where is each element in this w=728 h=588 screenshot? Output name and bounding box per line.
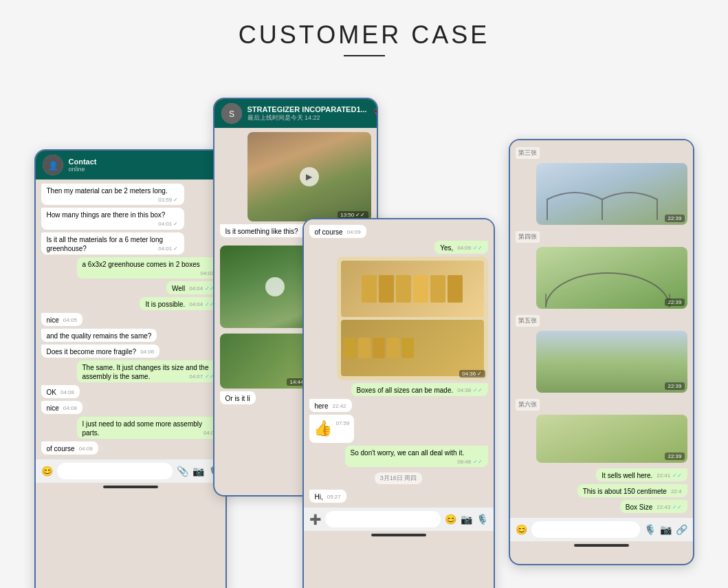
- msg-5: Well 04:04 ✓✓: [166, 281, 220, 294]
- attach-icon-right: 🔗: [676, 524, 687, 535]
- svg-text:S: S: [228, 109, 234, 119]
- thumbnail-image: 14:44: [220, 334, 309, 389]
- msg-10: The same. It just changes its size and t…: [77, 360, 220, 382]
- right-image-1: 22:39: [536, 163, 687, 225]
- msg-8: and the quality remains the same?: [41, 329, 157, 342]
- svg-point-4: [546, 273, 670, 307]
- msg-9: Does it become more fragile? 04:06: [41, 345, 160, 358]
- home-indicator-left: [103, 486, 158, 488]
- chat-header-left: 👤 Contact online: [36, 151, 225, 179]
- chat-input-bar-left[interactable]: 😊 📎 📷 🎙️: [36, 459, 225, 483]
- section-label-6: 第六张: [516, 399, 540, 411]
- msg-13: I just need to add some more assembly pa…: [77, 417, 220, 439]
- boxes-image: 04:36 ✓: [337, 257, 488, 380]
- chat-input-mb[interactable]: [325, 511, 441, 527]
- emoji-icon-left: 😊: [41, 466, 53, 477]
- emoji-icon-right: 😊: [516, 524, 527, 535]
- chat-input-right[interactable]: [531, 521, 640, 538]
- chat-input-bar-right[interactable]: 😊 🎙️ 📷 🔗: [510, 517, 693, 541]
- phone-icon[interactable]: 📞: [373, 108, 378, 119]
- camera-icon-mb: 📷: [461, 514, 472, 525]
- attach-icon-left: 📎: [177, 466, 188, 477]
- msg-14: of course 04:09: [41, 442, 98, 455]
- chat-body-left: Then my material can be 2 meters long. 0…: [36, 179, 225, 459]
- msg-4: a 6x3x2 greenhouse comes in 2 boxes 04:0…: [77, 257, 220, 279]
- section-label-5: 第五张: [516, 315, 540, 327]
- msg-mt-2: Or is it li: [220, 391, 256, 404]
- mic-icon-mb: 🎙️: [476, 514, 488, 525]
- msg-mb-3: Boxes of all sizes can be made. 04:38 ✓✓: [351, 383, 488, 396]
- title-underline: [344, 55, 385, 56]
- msg-3: Is it all the materials for a 6 meter lo…: [41, 232, 184, 254]
- section-label-4: 第四张: [516, 231, 540, 243]
- camera-icon-right: 📷: [660, 524, 672, 535]
- add-icon-mb: ➕: [309, 514, 321, 525]
- camera-icon-left: 📷: [192, 466, 204, 477]
- home-indicator-mb: [371, 534, 426, 536]
- chat-status-left: online: [69, 166, 219, 173]
- chat-name-middle-top: STRATEGIZER INCOPARATED1...: [247, 105, 367, 113]
- date-divider: 3月16日 周四: [375, 472, 423, 484]
- chat-input-bar-mb[interactable]: ➕ 😊 📷 🎙️: [304, 507, 494, 531]
- screenshots-container: 👤 Contact online Then my material can be…: [34, 84, 694, 579]
- chat-card-left: 👤 Contact online Then my material can be…: [34, 149, 227, 588]
- msg-mb-4: here 22:42: [309, 399, 352, 412]
- msg-1: Then my material can be 2 meters long. 0…: [41, 184, 184, 205]
- chat-header-middle-top: S STRATEGIZER INCOPARATED1... 最后上线时间是今天 …: [214, 99, 377, 128]
- construction-image: 13:50 ✓✓: [247, 132, 371, 221]
- chat-body-middle-bottom: of course 04:09 Yes, 04:09 ✓✓: [304, 219, 494, 507]
- msg-7: nice 04:05: [41, 313, 82, 326]
- msg-6: It is possible. 04:04 ✓✓: [140, 297, 219, 310]
- right-image-2: 22:39: [536, 247, 687, 309]
- msg-r-2: This is about 150 centimete 22:4: [577, 484, 687, 497]
- page-title: CUSTOMER CASE: [239, 21, 489, 50]
- home-indicator-right: [574, 544, 629, 547]
- chat-card-right: 第三张 22:39 第四张: [509, 139, 694, 565]
- msg-mb-7: Hi, 05:27: [309, 490, 346, 503]
- msg-r-1: It sells well here. 22:41 ✓✓: [596, 468, 687, 481]
- chat-input-left[interactable]: [57, 463, 173, 479]
- msg-mb-6: So don't worry, we can all deal with it.…: [345, 446, 488, 467]
- emoji-icon-mb: 😊: [445, 514, 456, 525]
- msg-mb-2: Yes, 04:09 ✓✓: [434, 241, 487, 254]
- msg-2: How many things are there in this box? 0…: [41, 208, 184, 229]
- msg-11: OK 04:08: [41, 385, 80, 398]
- msg-12: nice 04:08: [41, 401, 82, 414]
- chat-card-middle-bottom: of course 04:09 Yes, 04:09 ✓✓: [302, 218, 495, 588]
- msg-r-3: Box Size 22:43 ✓✓: [620, 500, 687, 513]
- right-image-3: 22:39: [536, 331, 687, 393]
- chat-body-right: 第三张 22:39 第四张: [510, 140, 693, 517]
- msg-mb-5: 👍 07:59: [309, 415, 354, 443]
- chat-name-left: Contact: [69, 157, 219, 166]
- section-label-3: 第三张: [516, 147, 540, 159]
- avatar-left: 👤: [43, 155, 63, 175]
- mic-icon-right: 🎙️: [644, 524, 656, 535]
- right-image-4: 22:39: [536, 415, 687, 463]
- chat-header-info-middle-top: STRATEGIZER INCOPARATED1... 最后上线时间是今天 14…: [247, 105, 367, 122]
- svg-text:👤: 👤: [47, 160, 58, 171]
- avatar-middle-top: S: [221, 103, 242, 124]
- msg-mb-1: of course 04:09: [309, 225, 366, 238]
- chat-header-info-left: Contact online: [69, 157, 219, 173]
- chat-status-middle-top: 最后上线时间是今天 14:22: [247, 113, 367, 122]
